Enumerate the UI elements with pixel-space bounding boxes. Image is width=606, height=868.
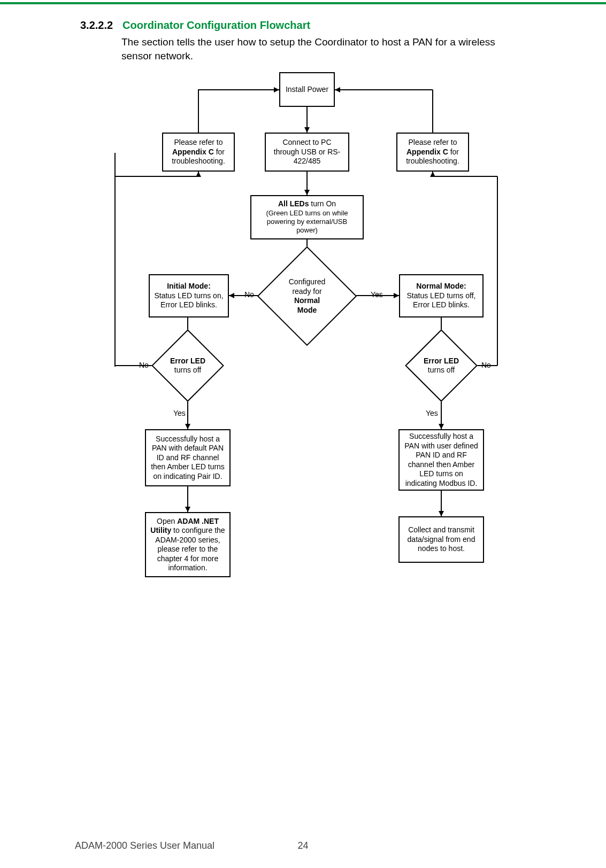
node-label: Connect to PC through USB or RS-422/485 xyxy=(270,138,344,166)
plain-text: Status LED turns off, Error LED blinks. xyxy=(404,291,478,310)
edge-label-yes: Yes xyxy=(371,290,383,299)
edge-label-no: No xyxy=(481,361,491,369)
bold-text: Normal Mode: xyxy=(416,282,466,291)
edge-label-yes: Yes xyxy=(426,409,438,417)
edge-label-no: No xyxy=(244,290,254,299)
node-all-leds: All LEDs turn On (Green LED turns on whi… xyxy=(250,195,364,239)
plain-text: turns off xyxy=(174,366,201,374)
decision-error-left: Error LED turns off xyxy=(162,340,213,391)
plain-text: Status LED turns on, Error LED blinks. xyxy=(154,291,224,310)
plain-text: Please refer to xyxy=(408,138,457,146)
edge-label-no: No xyxy=(139,361,149,369)
plain-text: Configured ready for xyxy=(283,277,331,296)
node-label: Collect and transmit data/signal from en… xyxy=(404,525,479,554)
node-refer-right: Please refer to Appendix C for troublesh… xyxy=(396,133,469,172)
bold-text: Error LED xyxy=(424,356,459,365)
node-label: Install Power xyxy=(286,85,328,95)
node-label: All LEDs turn On xyxy=(278,199,336,209)
bold-text: Normal Mode xyxy=(283,296,331,315)
node-label: Open ADAM .NET Utility to configure the … xyxy=(150,517,225,573)
plain-text: Open xyxy=(157,517,177,525)
section-number: 3.2.2.2 xyxy=(80,19,113,32)
node-connect: Connect to PC through USB or RS-422/485 xyxy=(265,133,349,172)
node-pan-default: Successfully host a PAN with default PAN… xyxy=(145,429,231,486)
decision-configured: Configured ready for Normal Mode xyxy=(272,261,342,331)
bold-text: Error LED xyxy=(170,356,205,365)
node-open-utility: Open ADAM .NET Utility to configure the … xyxy=(145,512,231,577)
header-rule xyxy=(0,2,606,4)
node-label: Please refer to Appendix C for troublesh… xyxy=(167,138,229,166)
footer-page-number: 24 xyxy=(0,840,606,851)
bold-text: Initial Mode: xyxy=(167,282,211,291)
plain-text: turn On xyxy=(309,199,336,208)
node-install-power: Install Power xyxy=(279,72,335,107)
plain-text: Please refer to xyxy=(174,138,223,146)
bold-text: Appendix C xyxy=(406,148,448,156)
node-sublabel: (Green LED turns on while powering by ex… xyxy=(256,209,358,235)
plain-text: turns off xyxy=(428,366,455,374)
decision-label: Configured ready for Normal Mode xyxy=(272,261,342,331)
edge-label-yes: Yes xyxy=(173,409,186,417)
decision-error-right: Error LED turns off xyxy=(416,340,467,391)
node-collect: Collect and transmit data/signal from en… xyxy=(398,516,484,563)
node-initial-mode: Initial Mode: Status LED turns on, Error… xyxy=(149,274,229,317)
node-label: Successfully host a PAN with default PAN… xyxy=(150,435,225,482)
node-label: Successfully host a PAN with user define… xyxy=(404,432,479,488)
node-pan-user: Successfully host a PAN with user define… xyxy=(398,429,484,491)
node-normal-mode: Normal Mode: Status LED turns off, Error… xyxy=(399,274,484,317)
section-title: Coordinator Configuration Flowchart xyxy=(122,19,310,32)
node-refer-left: Please refer to Appendix C for troublesh… xyxy=(162,133,235,172)
node-label: Please refer to Appendix C for troublesh… xyxy=(402,138,464,166)
bold-text: Appendix C xyxy=(172,148,214,156)
decision-label: Error LED turns off xyxy=(416,340,467,391)
bold-text: All LEDs xyxy=(278,199,309,208)
decision-label: Error LED turns off xyxy=(162,340,213,391)
intro-text: The section tells the user how to setup … xyxy=(121,35,507,63)
